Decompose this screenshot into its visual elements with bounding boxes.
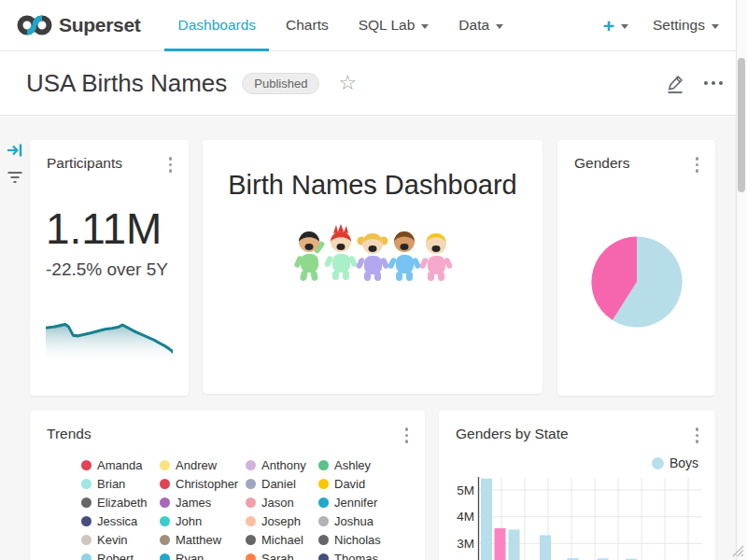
participants-card: Participants 1.11M -22.5% over 5Y <box>30 140 189 396</box>
legend-color-dot <box>81 553 92 560</box>
legend-item-jason[interactable]: Jason <box>246 493 318 511</box>
new-item-button[interactable]: + <box>603 16 628 35</box>
nav-menu: DashboardsChartsSQL LabData <box>162 0 518 51</box>
page-title: USA Births Names <box>26 69 227 98</box>
legend-item-andrew[interactable]: Andrew <box>160 455 246 474</box>
legend-item-elizabeth[interactable]: Elizabeth <box>81 493 160 511</box>
legend-item-christopher[interactable]: Christopher <box>160 474 246 493</box>
legend-item-john[interactable]: John <box>160 511 246 530</box>
nav-item-data[interactable]: Data <box>444 0 518 51</box>
dashboard-canvas: Participants 1.11M -22.5% over 5Y Birth … <box>0 117 747 560</box>
scrollbar-thumb[interactable] <box>738 58 745 192</box>
legend-label: Brian <box>97 477 125 491</box>
legend-label: James <box>176 496 211 510</box>
legend-item-anthony[interactable]: Anthony <box>246 455 318 474</box>
legend-color-dot <box>160 516 170 526</box>
legend-item-joseph[interactable]: Joseph <box>246 511 318 530</box>
legend-color-dot <box>160 460 170 470</box>
legend-item-kevin[interactable]: Kevin <box>81 530 160 549</box>
kebab-menu-icon[interactable] <box>692 155 703 175</box>
legend-item-matthew[interactable]: Matthew <box>160 530 246 549</box>
nav-item-label: Data <box>458 17 489 34</box>
genders-card: Genders <box>557 140 715 396</box>
legend-color-dot <box>246 553 256 560</box>
legend-label: Ashley <box>334 458 371 472</box>
legend-label: Robert <box>97 552 134 560</box>
kebab-menu-icon[interactable] <box>165 155 176 175</box>
edit-pencil-icon[interactable] <box>665 72 685 94</box>
chart-title: Genders <box>574 155 629 172</box>
legend-label: Christopher <box>176 477 238 491</box>
legend-item-thomas[interactable]: Thomas <box>318 549 381 560</box>
big-number-value: 1.11M <box>46 205 162 253</box>
legend-label: Matthew <box>176 533 221 547</box>
legend-label: Jennifer <box>334 496 377 510</box>
settings-menu[interactable]: Settings <box>653 17 719 34</box>
legend-color-dot <box>246 535 256 545</box>
chevron-down-icon <box>712 24 719 29</box>
svg-text:5M: 5M <box>457 483 474 497</box>
legend-item-michael[interactable]: Michael <box>246 530 318 549</box>
legend-item-james[interactable]: James <box>160 493 246 511</box>
chevron-down-icon <box>621 24 628 29</box>
expand-filter-bar-icon[interactable] <box>7 142 23 159</box>
genders-pie-chart <box>590 235 684 329</box>
published-badge[interactable]: Published <box>242 73 319 94</box>
legend-color-dot <box>246 497 256 508</box>
chevron-down-icon <box>421 24 429 29</box>
resize-handle[interactable] <box>731 544 745 558</box>
genders-by-state-bar-chart: 5M4M3M <box>439 411 715 560</box>
legend-color-dot <box>318 553 329 560</box>
legend-color-dot <box>318 479 329 489</box>
kebab-menu-icon[interactable] <box>402 426 413 445</box>
legend-color-dot <box>246 516 256 526</box>
scrollbar-track[interactable] <box>736 0 747 560</box>
legend-color-dot <box>246 460 256 470</box>
legend-color-dot <box>160 497 170 508</box>
legend-label: Thomas <box>334 552 378 560</box>
banner-heading: Birth Names Dashboard <box>203 170 543 201</box>
chevron-down-icon <box>496 24 503 29</box>
legend-color-dot <box>318 497 329 508</box>
legend-item-daniel[interactable]: Daniel <box>246 474 318 493</box>
legend-item-nicholas[interactable]: Nicholas <box>318 530 381 549</box>
legend-item-robert[interactable]: Robert <box>81 549 160 560</box>
chart-title: Participants <box>47 155 122 172</box>
legend-item-sarah[interactable]: Sarah <box>246 549 318 560</box>
settings-label: Settings <box>653 17 705 34</box>
legend-item-jennifer[interactable]: Jennifer <box>318 493 381 511</box>
nav-item-label: Dashboards <box>177 17 256 34</box>
legend-label: Nicholas <box>334 533 381 547</box>
more-actions-icon[interactable] <box>704 81 723 85</box>
favorite-star-icon[interactable]: ☆ <box>338 73 357 93</box>
top-navbar: Superset DashboardsChartsSQL LabData + S… <box>0 0 747 51</box>
legend-label: Andrew <box>176 458 217 472</box>
nav-item-dashboards[interactable]: Dashboards <box>162 0 271 51</box>
legend-item-jessica[interactable]: Jessica <box>81 511 160 530</box>
legend-item-ashley[interactable]: Ashley <box>318 455 381 474</box>
legend-color-dot <box>160 535 170 545</box>
legend-item-ryan[interactable]: Ryan <box>160 549 246 560</box>
banner-card: Birth Names Dashboard <box>203 140 543 394</box>
legend-item-amanda[interactable]: Amanda <box>81 455 160 474</box>
nav-item-sql-lab[interactable]: SQL Lab <box>344 0 444 51</box>
legend-label: Joseph <box>261 514 301 528</box>
nav-item-charts[interactable]: Charts <box>271 0 344 51</box>
legend-label: John <box>176 514 202 528</box>
filter-funnel-icon[interactable] <box>7 170 23 185</box>
dashboard-header: USA Births Names Published ☆ <box>0 51 747 116</box>
legend-item-joshua[interactable]: Joshua <box>318 511 381 530</box>
legend-color-dot <box>160 553 170 560</box>
legend-color-dot <box>81 460 92 470</box>
legend-item-david[interactable]: David <box>318 474 381 493</box>
genders-by-state-card: Genders by State Boys 5M4M3M <box>439 411 715 560</box>
legend-label: David <box>334 477 365 491</box>
legend-item-brian[interactable]: Brian <box>81 474 160 493</box>
nav-item-label: Charts <box>286 17 329 34</box>
legend-label: Jason <box>261 496 294 510</box>
children-illustration <box>293 224 452 282</box>
big-number-subheader: -22.5% over 5Y <box>46 259 168 280</box>
superset-logo[interactable]: Superset <box>17 13 140 37</box>
legend-color-dot <box>81 516 92 526</box>
legend-label: Ryan <box>176 552 204 560</box>
